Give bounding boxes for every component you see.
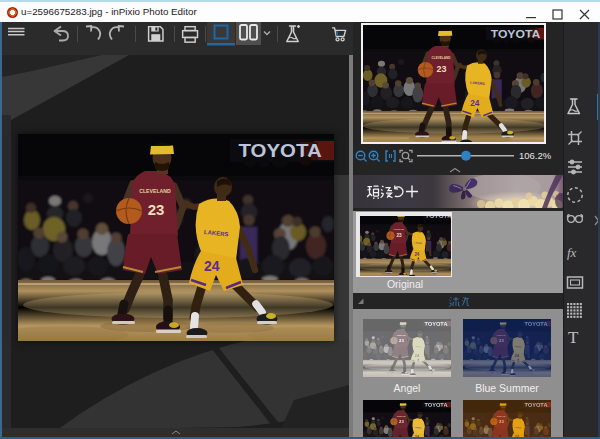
svg-text:T: T — [568, 328, 579, 347]
svg-text:106.2%: 106.2% — [519, 150, 552, 161]
svg-text:fx: fx — [567, 245, 577, 260]
